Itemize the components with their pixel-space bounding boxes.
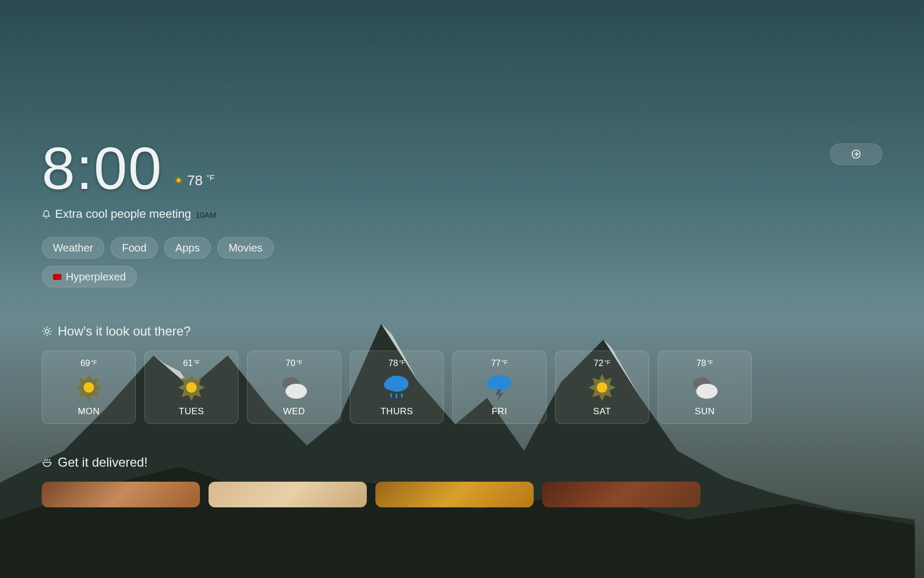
svg-point-11 [384,379,397,390]
sun-outline-icon [42,326,52,337]
cloudy-icon [688,374,722,401]
forecast-card[interactable]: 72°F SAT [555,351,649,424]
reminder-time: 10AM [195,210,216,219]
food-section-title: Get it delivered! [58,455,148,470]
storm-icon [483,373,515,402]
forecast-card[interactable]: 61°F TUES [144,351,238,424]
svg-point-7 [186,382,197,393]
tab-apps[interactable]: Apps [164,237,211,258]
forecast-card[interactable]: 77°F FRI [452,351,546,424]
sun-icon [173,175,184,186]
food-card[interactable] [542,482,700,507]
sun-icon [74,372,104,402]
bell-icon [42,210,51,219]
tab-movies[interactable]: Movies [217,237,273,258]
sun-icon [587,372,617,402]
svg-point-5 [83,382,94,393]
forecast-day: SUN [695,406,714,417]
forecast-day: TUES [179,406,204,417]
svg-point-9 [286,384,307,399]
tag-hyperplexed[interactable]: Hyperplexed [42,266,137,287]
youtube-icon [53,274,61,280]
forecast-day: WED [283,406,305,417]
food-section: Get it delivered! [42,455,882,507]
sign-out-icon [851,149,861,159]
forecast-row[interactable]: 69°F MON 61°F TUES 70°F WED [42,351,882,424]
forecast-card[interactable]: 70°F WED [247,351,341,424]
svg-marker-17 [495,389,504,401]
weather-section: How's it look out there? 69°F MON 61°F T… [42,324,882,424]
food-card[interactable] [209,482,367,507]
tab-bar: Weather Food Apps Movies [42,237,882,258]
forecast-day: THURS [380,406,413,417]
svg-point-19 [597,382,607,393]
tab-weather[interactable]: Weather [42,237,104,258]
sun-icon [176,372,206,402]
forecast-day: SAT [593,406,611,417]
svg-rect-12 [390,393,392,398]
rain-icon [381,373,413,402]
food-card[interactable] [375,482,534,507]
forecast-day: MON [78,406,99,417]
forecast-day: FRI [492,406,507,417]
forecast-card[interactable]: 78°F SUN [658,351,752,424]
sign-out-button[interactable] [830,143,882,165]
weather-section-title: How's it look out there? [58,324,191,339]
temp-unit: °F [206,173,214,182]
temp-value: 78 [187,172,203,189]
svg-point-21 [696,384,718,399]
forecast-card[interactable]: 69°F MON [42,351,136,424]
cloudy-icon [277,374,311,401]
tab-food[interactable]: Food [111,237,158,258]
reminder: Extra cool people meeting 10AM [42,207,882,221]
svg-point-2 [176,179,180,182]
svg-point-3 [45,330,49,333]
forecast-card[interactable]: 78°F THURS [350,351,444,424]
reminder-text: Extra cool people meeting [55,207,191,221]
food-card[interactable] [42,482,200,507]
current-temperature: 78 °F [173,172,214,189]
svg-rect-14 [401,393,403,398]
svg-point-16 [487,378,499,389]
svg-rect-13 [396,393,397,399]
clock-time: 8:00 [42,134,163,203]
bowl-icon [42,457,52,468]
tag-label: Hyperplexed [66,271,126,283]
